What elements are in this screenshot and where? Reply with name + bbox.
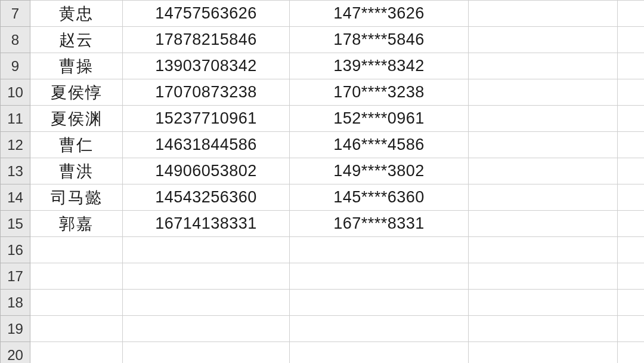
- cell-empty[interactable]: [618, 290, 645, 316]
- cell-empty[interactable]: [618, 342, 645, 364]
- cell-phone-masked[interactable]: 167****8331: [290, 211, 469, 237]
- cell-name[interactable]: 曹操: [30, 53, 123, 79]
- row-header[interactable]: 19: [1, 316, 30, 342]
- cell-name[interactable]: 司马懿: [30, 184, 123, 211]
- cell-empty[interactable]: [618, 1, 645, 27]
- cell-phone[interactable]: 14906053802: [123, 158, 290, 184]
- cell-empty[interactable]: [469, 27, 618, 53]
- cell-phone[interactable]: 17070873238: [123, 79, 290, 106]
- row-header[interactable]: 7: [1, 1, 30, 27]
- cell-phone[interactable]: [123, 316, 290, 342]
- cell-empty[interactable]: [469, 79, 618, 106]
- cell-name[interactable]: [30, 316, 123, 342]
- cell-phone-masked[interactable]: 170****3238: [290, 79, 469, 106]
- cell-empty[interactable]: [618, 27, 645, 53]
- cell-phone-masked[interactable]: [290, 316, 469, 342]
- cell-empty[interactable]: [618, 53, 645, 79]
- row-header[interactable]: 8: [1, 27, 30, 53]
- table-row: 18: [1, 290, 645, 316]
- cell-empty[interactable]: [469, 342, 618, 364]
- table-row: 16: [1, 237, 645, 263]
- cell-name[interactable]: 赵云: [30, 27, 123, 53]
- row-header[interactable]: 15: [1, 211, 30, 237]
- cell-name[interactable]: [30, 342, 123, 364]
- cell-phone-masked[interactable]: 139****8342: [290, 53, 469, 79]
- cell-empty[interactable]: [469, 290, 618, 316]
- table-row: 20: [1, 342, 645, 364]
- table-row: 14司马懿14543256360145****6360: [1, 184, 645, 211]
- cell-name[interactable]: [30, 290, 123, 316]
- cell-phone[interactable]: 17878215846: [123, 27, 290, 53]
- cell-name[interactable]: 黄忠: [30, 1, 123, 27]
- cell-phone-masked[interactable]: [290, 237, 469, 263]
- row-header[interactable]: 17: [1, 263, 30, 290]
- cell-name[interactable]: 郭嘉: [30, 211, 123, 237]
- cell-empty[interactable]: [618, 106, 645, 132]
- cell-empty[interactable]: [469, 263, 618, 290]
- cell-phone-masked[interactable]: [290, 290, 469, 316]
- cell-empty[interactable]: [469, 158, 618, 184]
- cell-phone-masked[interactable]: 178****5846: [290, 27, 469, 53]
- cell-phone-masked[interactable]: 145****6360: [290, 184, 469, 211]
- cell-phone[interactable]: 14631844586: [123, 132, 290, 158]
- cell-empty[interactable]: [618, 237, 645, 263]
- table-row: 7黄忠14757563626147****3626: [1, 1, 645, 27]
- cell-phone[interactable]: [123, 263, 290, 290]
- row-header[interactable]: 16: [1, 237, 30, 263]
- cell-empty[interactable]: [618, 79, 645, 106]
- cell-empty[interactable]: [618, 158, 645, 184]
- cell-name[interactable]: 曹洪: [30, 158, 123, 184]
- cell-name[interactable]: 曹仁: [30, 132, 123, 158]
- cell-phone[interactable]: [123, 237, 290, 263]
- row-header[interactable]: 18: [1, 290, 30, 316]
- cell-phone-masked[interactable]: 146****4586: [290, 132, 469, 158]
- row-header[interactable]: 12: [1, 132, 30, 158]
- cell-phone-masked[interactable]: 147****3626: [290, 1, 469, 27]
- cell-phone[interactable]: [123, 342, 290, 364]
- row-header[interactable]: 20: [1, 342, 30, 364]
- table-row: 8赵云17878215846178****5846: [1, 27, 645, 53]
- row-header[interactable]: 11: [1, 106, 30, 132]
- cell-name[interactable]: 夏侯渊: [30, 106, 123, 132]
- cell-empty[interactable]: [618, 263, 645, 290]
- cell-empty[interactable]: [469, 237, 618, 263]
- row-header[interactable]: 10: [1, 79, 30, 106]
- table-row: 9曹操13903708342139****8342: [1, 53, 645, 79]
- cell-name[interactable]: [30, 263, 123, 290]
- cell-empty[interactable]: [618, 132, 645, 158]
- table-row: 12曹仁14631844586146****4586: [1, 132, 645, 158]
- row-header[interactable]: 13: [1, 158, 30, 184]
- cell-phone[interactable]: 14543256360: [123, 184, 290, 211]
- cell-empty[interactable]: [469, 184, 618, 211]
- cell-phone-masked[interactable]: [290, 263, 469, 290]
- cell-empty[interactable]: [469, 211, 618, 237]
- cell-empty[interactable]: [618, 316, 645, 342]
- cell-empty[interactable]: [469, 106, 618, 132]
- row-header[interactable]: 9: [1, 53, 30, 79]
- cell-phone-masked[interactable]: [290, 342, 469, 364]
- table-row: 10夏侯惇17070873238170****3238: [1, 79, 645, 106]
- cell-phone[interactable]: [123, 290, 290, 316]
- cell-name[interactable]: [30, 237, 123, 263]
- table-row: 11夏侯渊15237710961152****0961: [1, 106, 645, 132]
- cell-empty[interactable]: [469, 316, 618, 342]
- cell-phone-masked[interactable]: 152****0961: [290, 106, 469, 132]
- cell-empty[interactable]: [618, 211, 645, 237]
- row-header[interactable]: 14: [1, 184, 30, 211]
- cell-empty[interactable]: [469, 132, 618, 158]
- cell-empty[interactable]: [469, 53, 618, 79]
- table-row: 17: [1, 263, 645, 290]
- cell-empty[interactable]: [618, 184, 645, 211]
- cell-empty[interactable]: [469, 1, 618, 27]
- cell-phone[interactable]: 13903708342: [123, 53, 290, 79]
- table-row: 19: [1, 316, 645, 342]
- table-row: 15郭嘉16714138331167****8331: [1, 211, 645, 237]
- cell-name[interactable]: 夏侯惇: [30, 79, 123, 106]
- cell-phone-masked[interactable]: 149****3802: [290, 158, 469, 184]
- table-row: 13曹洪14906053802149****3802: [1, 158, 645, 184]
- spreadsheet-grid[interactable]: 7黄忠14757563626147****36268赵云178782158461…: [0, 0, 644, 363]
- cell-phone[interactable]: 16714138331: [123, 211, 290, 237]
- cell-phone[interactable]: 15237710961: [123, 106, 290, 132]
- cell-phone[interactable]: 14757563626: [123, 1, 290, 27]
